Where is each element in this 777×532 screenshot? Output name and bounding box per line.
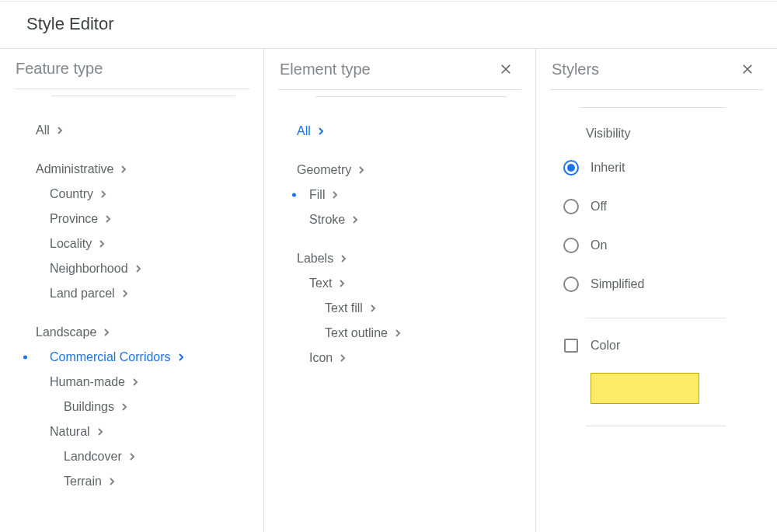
chevron-right-icon bbox=[331, 191, 339, 199]
chevron-right-icon bbox=[128, 453, 136, 461]
element-text-outline[interactable]: Text outline bbox=[278, 321, 521, 346]
feature-commercial-corridors[interactable]: Commercial Corridors bbox=[36, 345, 249, 370]
element-icon[interactable]: Icon bbox=[278, 346, 521, 370]
chevron-right-icon bbox=[98, 240, 106, 248]
chevron-right-icon bbox=[394, 329, 402, 337]
radio-icon bbox=[563, 238, 579, 253]
radio-icon bbox=[563, 276, 579, 292]
checkbox-icon bbox=[564, 339, 578, 353]
feature-administrative[interactable]: Administrative bbox=[36, 157, 249, 182]
feature-all[interactable]: All bbox=[36, 118, 249, 143]
divider bbox=[586, 318, 726, 318]
stylers-heading: Stylers bbox=[552, 61, 599, 78]
color-checkbox[interactable]: Color bbox=[556, 326, 763, 365]
active-indicator-icon bbox=[23, 356, 27, 360]
chevron-right-icon bbox=[351, 216, 359, 224]
element-type-heading: Element type bbox=[280, 61, 371, 78]
page-title: Style Editor bbox=[0, 2, 777, 48]
chevron-right-icon bbox=[120, 165, 127, 173]
visibility-simplified-radio[interactable]: Simplified bbox=[556, 265, 763, 304]
stylers-column: Stylers Visibility Inherit Off On Sim bbox=[536, 49, 777, 532]
element-stroke[interactable]: Stroke bbox=[278, 207, 521, 232]
chevron-right-icon bbox=[340, 255, 347, 263]
feature-province[interactable]: Province bbox=[36, 207, 249, 231]
element-labels[interactable]: Labels bbox=[278, 246, 521, 271]
chevron-right-icon bbox=[338, 280, 346, 287]
chevron-right-icon bbox=[369, 304, 377, 312]
element-geometry[interactable]: Geometry bbox=[278, 158, 521, 183]
element-text-fill[interactable]: Text fill bbox=[278, 296, 521, 321]
element-text[interactable]: Text bbox=[278, 271, 521, 296]
chevron-right-icon bbox=[131, 378, 139, 386]
chevron-right-icon bbox=[177, 353, 185, 361]
chevron-right-icon bbox=[357, 166, 365, 174]
feature-land-parcel[interactable]: Land parcel bbox=[36, 281, 249, 306]
visibility-label: Visibility bbox=[556, 117, 763, 148]
feature-landcover[interactable]: Landcover bbox=[36, 444, 249, 469]
chevron-right-icon bbox=[103, 329, 110, 336]
visibility-on-radio[interactable]: On bbox=[556, 226, 763, 265]
chevron-right-icon bbox=[99, 190, 107, 198]
modified-indicator-icon bbox=[292, 193, 296, 197]
feature-locality[interactable]: Locality bbox=[36, 231, 249, 256]
feature-country[interactable]: Country bbox=[36, 182, 249, 207]
chevron-right-icon bbox=[104, 215, 112, 223]
feature-type-heading: Feature type bbox=[16, 60, 103, 78]
element-type-column: Element type All Geometry Fill Stro bbox=[264, 49, 536, 532]
feature-buildings[interactable]: Buildings bbox=[36, 395, 249, 419]
feature-human-made[interactable]: Human-made bbox=[36, 370, 249, 395]
chevron-right-icon bbox=[121, 290, 129, 297]
feature-natural[interactable]: Natural bbox=[36, 419, 249, 444]
chevron-right-icon bbox=[134, 265, 142, 273]
divider bbox=[586, 426, 726, 426]
element-fill[interactable]: Fill bbox=[278, 183, 521, 207]
feature-type-column: Feature type All Administrative Country … bbox=[0, 49, 264, 532]
chevron-right-icon bbox=[108, 478, 116, 485]
chevron-right-icon bbox=[339, 354, 347, 362]
radio-icon bbox=[563, 160, 579, 176]
visibility-inherit-radio[interactable]: Inherit bbox=[556, 148, 763, 187]
visibility-off-radio[interactable]: Off bbox=[556, 187, 763, 226]
chevron-right-icon bbox=[120, 403, 128, 411]
color-swatch[interactable] bbox=[591, 373, 699, 404]
element-all[interactable]: All bbox=[278, 119, 521, 144]
close-icon[interactable] bbox=[738, 60, 757, 78]
chevron-right-icon bbox=[56, 127, 64, 134]
feature-landscape[interactable]: Landscape bbox=[36, 320, 249, 345]
radio-icon bbox=[563, 199, 579, 214]
chevron-right-icon bbox=[96, 428, 104, 436]
close-icon[interactable] bbox=[497, 60, 515, 78]
feature-terrain[interactable]: Terrain bbox=[36, 469, 249, 494]
feature-neighborhood[interactable]: Neighborhood bbox=[36, 256, 249, 281]
chevron-right-icon bbox=[317, 127, 325, 135]
